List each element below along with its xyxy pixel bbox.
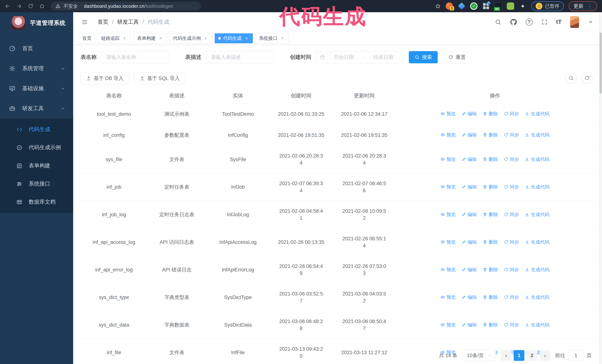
op-delete-link[interactable]: 删除 [483, 110, 498, 117]
breadcrumb-item[interactable]: 首页 [98, 18, 108, 26]
header-search-icon[interactable] [495, 19, 501, 25]
page-scrollbar[interactable] [599, 12, 602, 364]
tab-codegen[interactable]: 代码生成× [215, 33, 253, 43]
extension-gem-icon[interactable] [458, 2, 465, 10]
op-preview-link[interactable]: 预览 [441, 110, 456, 117]
reset-button[interactable]: 重置 [442, 51, 472, 63]
extension-check-icon[interactable]: ✓ [470, 2, 478, 10]
user-avatar[interactable] [570, 16, 579, 28]
op-preview-link[interactable]: 预览 [441, 321, 456, 328]
op-delete-link[interactable]: 删除 [483, 321, 498, 328]
refresh-table-button[interactable] [582, 73, 592, 83]
user-caret-down-icon[interactable] [588, 19, 594, 25]
op-edit-link[interactable]: 编辑 [462, 294, 477, 301]
op-sync-link[interactable]: 同步 [504, 266, 519, 273]
sidebar-item-home[interactable]: 首页 [0, 39, 73, 59]
op-sync-link[interactable]: 同步 [504, 321, 519, 328]
fullscreen-icon[interactable] [541, 19, 548, 25]
op-edit-link[interactable]: 编辑 [462, 131, 477, 138]
op-generate-link[interactable]: 生成代码 [525, 294, 549, 301]
op-preview-link[interactable]: 预览 [441, 156, 456, 163]
github-icon[interactable] [510, 18, 517, 26]
sidebar-item-infra[interactable]: 基础设施 [0, 79, 73, 98]
op-generate-link[interactable]: 生成代码 [525, 266, 549, 273]
sidebar-subitem-codegen-example[interactable]: 代码生成示例 [0, 138, 73, 157]
op-generate-link[interactable]: 生成代码 [525, 131, 549, 138]
tab-close-icon[interactable]: × [158, 36, 163, 41]
browser-home-icon[interactable] [39, 3, 45, 9]
op-sync-link[interactable]: 同步 [504, 110, 519, 117]
tab-close-icon[interactable]: × [244, 36, 249, 41]
import-sql-button[interactable]: 基于 SQL 导入 [134, 72, 186, 84]
op-generate-link[interactable]: 生成代码 [525, 321, 549, 328]
font-size-icon[interactable]: tT [556, 19, 562, 25]
op-preview-link[interactable]: 预览 [441, 294, 456, 301]
op-generate-link[interactable]: 生成代码 [525, 183, 549, 190]
toggle-search-button[interactable] [566, 73, 576, 83]
op-preview-link[interactable]: 预览 [441, 131, 456, 138]
help-icon[interactable]: ? [526, 19, 533, 26]
table-name-input[interactable] [101, 51, 169, 63]
breadcrumb-item[interactable]: 研发工具 [117, 18, 139, 26]
page-2[interactable]: 2 [527, 350, 537, 361]
page-size-select[interactable]: 10条/页 [462, 350, 496, 361]
op-preview-link[interactable]: 预览 [441, 239, 456, 246]
op-edit-link[interactable]: 编辑 [462, 211, 477, 218]
op-delete-link[interactable]: 删除 [483, 131, 498, 138]
op-generate-link[interactable]: 生成代码 [525, 239, 549, 246]
op-sync-link[interactable]: 同步 [504, 156, 519, 163]
op-delete-link[interactable]: 删除 [483, 211, 498, 218]
op-sync-link[interactable]: 同步 [504, 294, 519, 301]
op-preview-link[interactable]: 预览 [441, 211, 456, 218]
op-generate-link[interactable]: 生成代码 [525, 156, 549, 163]
sidebar-item-system[interactable]: 系统管理 [0, 59, 73, 79]
op-delete-link[interactable]: 删除 [483, 156, 498, 163]
op-sync-link[interactable]: 同步 [504, 211, 519, 218]
pager-prev-icon[interactable]: ‹ [501, 350, 511, 361]
page-1[interactable]: 1 [514, 350, 524, 361]
tab-close-icon[interactable]: × [122, 36, 128, 41]
op-delete-link[interactable]: 删除 [483, 239, 498, 246]
search-button[interactable]: 搜索 [409, 51, 438, 63]
op-sync-link[interactable]: 同步 [504, 183, 519, 190]
sidebar-item-devtools[interactable]: 研发工具 [0, 98, 73, 118]
op-delete-link[interactable]: 删除 [483, 183, 498, 190]
sidebar-subitem-system-api[interactable]: 系统接口 [0, 175, 73, 193]
table-desc-input[interactable] [206, 51, 274, 63]
op-edit-link[interactable]: 编辑 [462, 183, 477, 190]
op-preview-link[interactable]: 预览 [441, 266, 456, 273]
tab-codegen-example[interactable]: 代码生成示例× [170, 33, 212, 43]
tab-system-api[interactable]: 系统接口× [255, 33, 289, 43]
end-date-placeholder[interactable]: 结束日期 [368, 54, 399, 61]
op-generate-link[interactable]: 生成代码 [525, 110, 549, 117]
browser-menu-dots-icon[interactable]: ⋮ [587, 3, 592, 9]
sidebar-subitem-codegen[interactable]: 代码生成 [0, 120, 73, 138]
op-edit-link[interactable]: 编辑 [462, 321, 477, 328]
extension-firefox-icon[interactable]: 1 [446, 2, 453, 10]
browser-back-icon[interactable] [5, 3, 10, 9]
bookmark-star-icon[interactable] [435, 3, 441, 9]
start-date-placeholder[interactable]: 开始日期 [329, 54, 359, 61]
op-generate-link[interactable]: 生成代码 [525, 211, 549, 218]
profile-paused-pill[interactable]: ☺ 已暂停 [531, 1, 564, 11]
op-delete-link[interactable]: 删除 [483, 294, 498, 301]
op-edit-link[interactable]: 编辑 [462, 239, 477, 246]
op-edit-link[interactable]: 编辑 [462, 156, 477, 163]
extensions-puzzle-icon[interactable]: ✦ [519, 2, 527, 10]
sidebar-collapse-icon[interactable] [81, 19, 88, 25]
date-range-picker[interactable]: 开始日期 - 结束日期 [316, 51, 403, 63]
op-sync-link[interactable]: 同步 [504, 131, 519, 138]
pager-next-icon[interactable]: › [540, 350, 550, 361]
browser-reload-icon[interactable] [28, 3, 33, 9]
op-sync-link[interactable]: 同步 [504, 239, 519, 246]
tab-close-icon[interactable]: × [203, 36, 209, 41]
op-delete-link[interactable]: 删除 [483, 266, 498, 273]
goto-page-input[interactable] [568, 350, 584, 361]
tab-form-builder[interactable]: 表单构建× [134, 33, 167, 43]
extension-droid-icon[interactable] [507, 2, 514, 10]
sidebar-subitem-db-doc[interactable]: 数据库文档 [0, 193, 73, 211]
op-edit-link[interactable]: 编辑 [462, 266, 477, 273]
browser-update-button[interactable]: 更新 ⋮ [569, 1, 597, 11]
op-preview-link[interactable]: 预览 [441, 183, 456, 190]
address-bar[interactable]: 不安全 dashboard.yudao.iocoder.cn/tool/code… [51, 2, 201, 10]
